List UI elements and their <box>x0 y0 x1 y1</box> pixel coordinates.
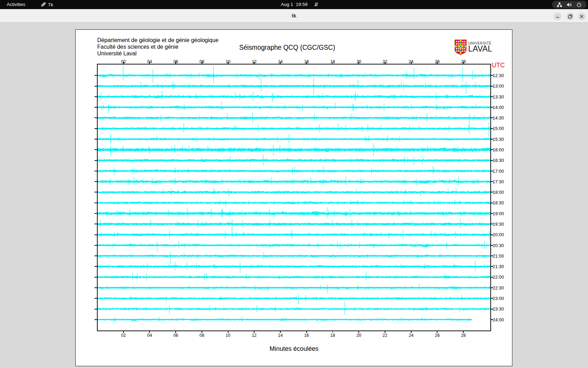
svg-text:Faculté des sciences et de gén: Faculté des sciences et de génie <box>97 44 178 50</box>
svg-text:12:30: 12:30 <box>493 73 504 78</box>
svg-text:14: 14 <box>278 333 283 338</box>
svg-text:14: 14 <box>278 59 283 64</box>
svg-text:14:00: 14:00 <box>493 105 504 110</box>
svg-text:17:00: 17:00 <box>493 169 504 174</box>
svg-text:21:00: 21:00 <box>493 253 504 259</box>
svg-text:18: 18 <box>330 333 335 338</box>
svg-text:12: 12 <box>252 59 257 64</box>
svg-text:10: 10 <box>226 59 231 64</box>
svg-text:Université Laval: Université Laval <box>97 50 137 56</box>
svg-text:06: 06 <box>173 59 178 64</box>
svg-text:14:30: 14:30 <box>493 115 504 121</box>
svg-text:16:00: 16:00 <box>493 147 504 152</box>
svg-text:22:30: 22:30 <box>493 285 504 291</box>
svg-text:23:00: 23:00 <box>493 296 504 301</box>
svg-text:08: 08 <box>200 59 204 64</box>
svg-text:18:30: 18:30 <box>493 200 504 205</box>
svg-text:Minutes écoulées: Minutes écoulées <box>270 345 318 352</box>
svg-text:16:30: 16:30 <box>493 158 504 163</box>
svg-text:20:00: 20:00 <box>493 232 504 237</box>
svg-text:15:30: 15:30 <box>493 137 504 142</box>
svg-text:08: 08 <box>200 333 204 338</box>
svg-text:02: 02 <box>121 59 126 64</box>
svg-text:24: 24 <box>409 333 414 338</box>
svg-text:15:00: 15:00 <box>493 126 504 131</box>
svg-text:28: 28 <box>461 59 466 64</box>
svg-text:17:30: 17:30 <box>493 179 504 184</box>
svg-text:28: 28 <box>461 333 466 338</box>
svg-text:16: 16 <box>304 333 309 338</box>
svg-text:26: 26 <box>435 59 440 64</box>
svg-text:24: 24 <box>409 59 414 64</box>
svg-text:04: 04 <box>147 59 152 64</box>
svg-text:20:30: 20:30 <box>493 243 504 248</box>
svg-text:22: 22 <box>383 333 387 338</box>
svg-text:06: 06 <box>173 333 178 338</box>
svg-text:LAVAL: LAVAL <box>468 44 492 53</box>
svg-text:10: 10 <box>226 333 231 338</box>
svg-text:19:00: 19:00 <box>493 211 504 216</box>
svg-text:26: 26 <box>435 333 440 338</box>
svg-text:UTC: UTC <box>492 61 505 69</box>
svg-text:18: 18 <box>330 59 335 64</box>
svg-text:12: 12 <box>252 333 257 338</box>
svg-text:24:00: 24:00 <box>493 317 504 322</box>
svg-text:22:00: 22:00 <box>493 274 504 280</box>
svg-text:Département de géologie et de: Département de géologie et de génie géol… <box>97 37 219 43</box>
svg-text:20: 20 <box>356 333 361 338</box>
svg-text:16: 16 <box>304 59 309 64</box>
svg-text:Séismographe QCQ (CGC/GSC): Séismographe QCQ (CGC/GSC) <box>239 43 335 51</box>
svg-text:23:30: 23:30 <box>493 306 504 312</box>
svg-text:02: 02 <box>121 333 126 338</box>
svg-text:04: 04 <box>147 333 152 338</box>
svg-text:18:00: 18:00 <box>493 190 504 195</box>
svg-text:13:30: 13:30 <box>493 94 504 100</box>
svg-text:21:30: 21:30 <box>493 264 504 269</box>
svg-text:22: 22 <box>383 59 387 64</box>
svg-text:13:00: 13:00 <box>493 83 504 89</box>
svg-text:19:30: 19:30 <box>493 222 504 227</box>
svg-text:20: 20 <box>356 59 361 64</box>
